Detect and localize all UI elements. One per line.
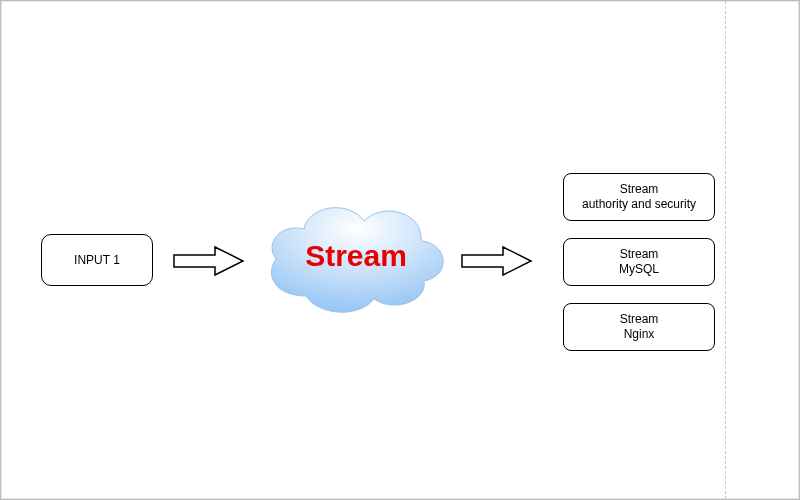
- page-break-guide: [725, 1, 726, 499]
- output-node-title: Stream: [620, 182, 659, 197]
- stream-cloud-node[interactable]: [256, 181, 456, 331]
- output-node-subtitle: authority and security: [582, 197, 696, 212]
- arrow-input-to-stream[interactable]: [173, 245, 245, 277]
- output-node-subtitle: Nginx: [624, 327, 655, 342]
- output-node-subtitle: MySQL: [619, 262, 659, 277]
- output-node-title: Stream: [620, 312, 659, 327]
- diagram-canvas[interactable]: INPUT 1 Stream Stream authority and secu…: [0, 0, 800, 500]
- arrow-right-icon: [173, 245, 245, 277]
- output-node-nginx[interactable]: Stream Nginx: [563, 303, 715, 351]
- input-node-label: INPUT 1: [74, 253, 120, 267]
- cloud-icon: [256, 181, 456, 331]
- output-node-title: Stream: [620, 247, 659, 262]
- input-node[interactable]: INPUT 1: [41, 234, 153, 286]
- output-node-mysql[interactable]: Stream MySQL: [563, 238, 715, 286]
- arrow-right-icon: [461, 245, 533, 277]
- output-node-authority-security[interactable]: Stream authority and security: [563, 173, 715, 221]
- arrow-stream-to-outputs[interactable]: [461, 245, 533, 277]
